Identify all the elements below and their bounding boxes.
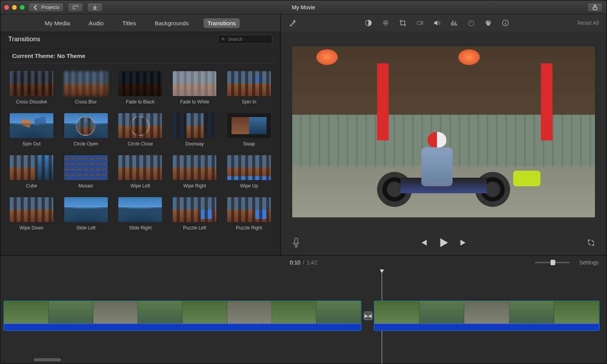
viewer-toolbar: Reset All — [281, 14, 607, 32]
color-balance-icon[interactable] — [364, 19, 373, 27]
back-label: Projects — [41, 4, 60, 10]
transition-label: Wipe Left — [130, 183, 150, 189]
transition-item[interactable]: Cube — [8, 155, 55, 189]
crop-icon[interactable] — [398, 19, 407, 27]
transition-item[interactable]: Cross Blur — [63, 71, 109, 105]
transition-thumb — [64, 155, 108, 180]
prev-button[interactable] — [418, 238, 428, 249]
transition-thumb — [227, 71, 271, 96]
transition-item[interactable]: Fade to White — [171, 71, 218, 105]
transition-thumb — [173, 113, 216, 138]
transition-item[interactable]: Spin Out — [8, 113, 55, 147]
fullscreen-button[interactable] — [587, 239, 595, 248]
transition-label: Spin In — [242, 99, 256, 105]
next-button[interactable] — [459, 238, 469, 249]
transition-thumb — [10, 197, 53, 222]
browser-header: Transitions — [0, 32, 280, 47]
transition-item[interactable]: Slide Right — [117, 197, 164, 231]
download-button[interactable] — [87, 3, 103, 12]
voiceover-button[interactable] — [292, 238, 300, 249]
speed-icon[interactable] — [467, 19, 475, 27]
svg-point-3 — [222, 38, 224, 40]
current-time: 0:10 — [290, 259, 300, 266]
window-controls — [4, 5, 25, 10]
transition-label: Puzzle Left — [183, 225, 206, 231]
transition-item[interactable]: Spin In — [226, 71, 272, 105]
tab-backgrounds[interactable]: Backgrounds — [151, 18, 193, 28]
settings-button[interactable]: Settings — [579, 259, 599, 266]
transition-item[interactable]: Circle Open — [63, 113, 109, 147]
equalizer-icon[interactable] — [450, 19, 458, 27]
transition-item[interactable]: Wipe Up — [226, 155, 272, 189]
search-field[interactable] — [218, 35, 272, 44]
transition-label: Cross Dissolve — [16, 99, 47, 105]
audio-waveform — [4, 324, 361, 331]
preview-frame[interactable] — [292, 46, 595, 217]
timeline[interactable]: ▶◀ — [0, 270, 607, 364]
timebar: 0:10 / 1:42 Settings — [0, 256, 607, 270]
transition-label: Wipe Up — [240, 183, 258, 189]
transition-item[interactable]: Swap — [226, 113, 272, 147]
volume-icon[interactable] — [433, 19, 441, 27]
zoom-slider[interactable] — [535, 262, 570, 263]
close-window-button[interactable] — [4, 5, 9, 10]
preview — [281, 32, 607, 232]
tab-audio[interactable]: Audio — [85, 18, 107, 28]
svg-point-12 — [487, 22, 490, 25]
transition-item[interactable]: Cross Dissolve — [8, 71, 55, 105]
transition-label: Fade to White — [180, 99, 209, 105]
transition-item[interactable]: Slide Left — [63, 197, 109, 231]
tab-transitions[interactable]: Transitions — [204, 18, 240, 28]
info-icon[interactable] — [501, 19, 510, 27]
transition-item[interactable]: Puzzle Right — [226, 197, 272, 231]
color-wheel-icon[interactable] — [381, 19, 390, 27]
transition-item[interactable]: Wipe Down — [8, 197, 55, 231]
theme-label: Current Theme: No Theme — [4, 47, 276, 63]
timeline-clip-2[interactable] — [374, 301, 600, 331]
timeline-clip-1[interactable] — [4, 301, 361, 331]
transition-marker[interactable]: ▶◀ — [364, 312, 372, 320]
transition-label: Mosaic — [79, 183, 93, 189]
browser-tabs: My Media Audio Titles Backgrounds Transi… — [0, 14, 280, 32]
enhance-icon[interactable] — [288, 19, 297, 27]
transition-label: Circle Open — [74, 141, 98, 147]
transition-thumb — [64, 113, 108, 138]
audio-waveform — [374, 324, 599, 331]
reset-all-button[interactable]: Reset All — [577, 20, 599, 26]
transition-thumb — [173, 155, 216, 180]
browser-title: Transitions — [8, 35, 40, 43]
window-title: My Movie — [292, 4, 315, 10]
tab-titles[interactable]: Titles — [118, 18, 140, 28]
titlebar: Projects My Movie — [0, 0, 607, 14]
tab-my-media[interactable]: My Media — [41, 18, 74, 28]
transition-item[interactable]: Fade to Black — [117, 71, 164, 105]
play-button[interactable] — [437, 236, 450, 251]
search-icon — [221, 37, 225, 42]
transition-item[interactable]: Puzzle Left — [171, 197, 218, 231]
transition-label: Wipe Down — [19, 225, 43, 231]
zoom-handle[interactable] — [551, 260, 555, 265]
playback-controls — [281, 232, 607, 255]
svg-rect-8 — [418, 21, 421, 24]
transition-item[interactable]: Wipe Right — [171, 155, 218, 189]
search-input[interactable] — [228, 37, 269, 42]
svg-point-9 — [469, 21, 474, 26]
transition-item[interactable]: Wipe Left — [117, 155, 164, 189]
zoom-window-button[interactable] — [20, 5, 25, 10]
transition-thumb — [118, 113, 162, 138]
stabilize-icon[interactable] — [416, 19, 424, 27]
timeline-scrollbar[interactable] — [34, 358, 61, 361]
transition-item[interactable]: Circle Close — [117, 113, 164, 147]
transition-item[interactable]: Mosaic — [63, 155, 109, 189]
filter-icon[interactable] — [484, 19, 493, 27]
back-to-projects-button[interactable]: Projects — [28, 3, 64, 12]
transition-label: Cube — [26, 183, 37, 189]
transition-item[interactable]: Doorway — [171, 113, 218, 147]
import-media-button[interactable] — [68, 3, 83, 12]
share-button[interactable] — [587, 3, 603, 12]
time-sep: / — [303, 259, 304, 266]
transition-label: Cross Blur — [75, 99, 97, 105]
minimize-window-button[interactable] — [12, 5, 17, 10]
transition-thumb — [173, 197, 216, 222]
transition-label: Spin Out — [23, 141, 41, 147]
